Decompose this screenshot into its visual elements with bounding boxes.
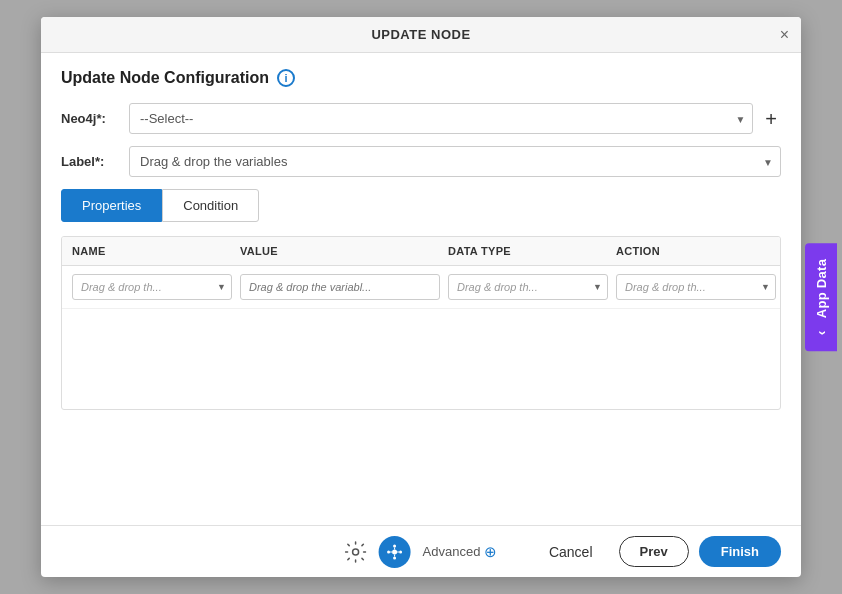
section-heading-text: Update Node Configuration [61,69,269,87]
modal-footer: Advanced ⊕ Cancel Prev Finish [41,525,801,577]
value-cell [240,274,440,300]
label-row: Label*: Drag & drop the variables ▼ [61,146,781,177]
svg-point-8 [393,556,396,559]
close-button[interactable]: × [780,27,789,43]
table-header: NAME VALUE DATA TYPE ACTION [62,237,780,266]
col-datatype: DATA TYPE [448,245,608,257]
flow-icon [387,544,403,560]
svg-point-9 [387,550,390,553]
advanced-label: Advanced ⊕ [423,543,498,561]
neo4j-add-button[interactable]: + [761,109,781,129]
info-icon[interactable]: i [277,69,295,87]
svg-point-5 [353,549,359,555]
svg-point-6 [392,549,397,554]
tabs-row: Properties Condition [61,189,781,222]
table-empty-area [62,309,780,409]
neo4j-select[interactable]: --Select-- [129,103,753,134]
action-select[interactable]: Drag & drop th... [616,274,776,300]
svg-point-7 [393,544,396,547]
table-row: Drag & drop th... ▼ Drag & drop th... ▼ [62,266,780,309]
advanced-plus-icon[interactable]: ⊕ [484,543,497,561]
label-field-label: Label*: [61,154,121,169]
finish-button[interactable]: Finish [699,536,781,567]
col-action: ACTION [616,245,776,257]
value-input[interactable] [240,274,440,300]
col-name: NAME [72,245,232,257]
app-data-label: App Data [814,259,829,318]
label-select-wrapper: Drag & drop the variables ▼ [129,146,781,177]
name-select[interactable]: Drag & drop th... [72,274,232,300]
label-select[interactable]: Drag & drop the variables [129,146,781,177]
col-value: VALUE [240,245,440,257]
flow-button[interactable] [379,536,411,568]
datatype-select[interactable]: Drag & drop th... [448,274,608,300]
neo4j-row: Neo4j*: --Select-- ▼ + [61,103,781,134]
modal-header: UPDATE NODE × [41,17,801,53]
app-data-tab[interactable]: ‹ App Data [805,243,837,351]
section-heading: Update Node Configuration i [61,69,781,87]
settings-button[interactable] [345,541,367,563]
name-cell: Drag & drop th... ▼ [72,274,232,300]
properties-table: NAME VALUE DATA TYPE ACTION Drag & drop … [61,236,781,410]
footer-right: Cancel Prev Finish [533,536,781,567]
gear-icon [345,541,367,563]
modal-body: Update Node Configuration i Neo4j*: --Se… [41,53,801,525]
neo4j-select-wrapper: --Select-- ▼ [129,103,753,134]
svg-point-10 [399,550,402,553]
datatype-cell: Drag & drop th... ▼ [448,274,608,300]
app-data-chevron-icon: ‹ [813,330,829,335]
neo4j-label: Neo4j*: [61,111,121,126]
action-cell: Drag & drop th... ▼ [616,274,776,300]
cancel-button[interactable]: Cancel [533,537,609,567]
tab-condition[interactable]: Condition [162,189,259,222]
tab-properties[interactable]: Properties [61,189,162,222]
modal-title: UPDATE NODE [371,27,470,42]
prev-button[interactable]: Prev [619,536,689,567]
footer-center: Advanced ⊕ [345,536,498,568]
